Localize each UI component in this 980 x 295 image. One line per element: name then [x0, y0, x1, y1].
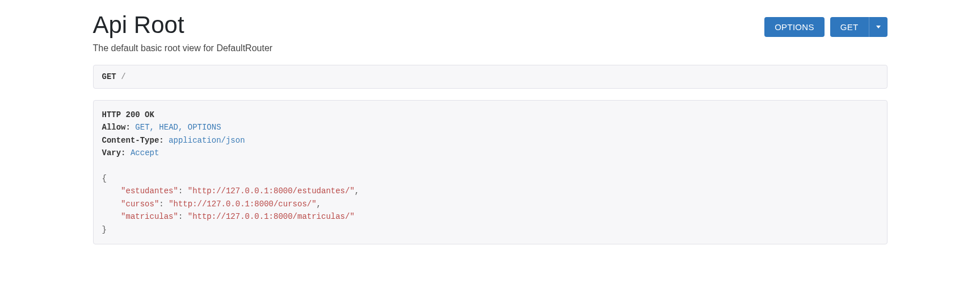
options-button[interactable]: OPTIONS: [764, 17, 825, 37]
json-key: "matriculas": [121, 212, 178, 221]
request-path: /: [121, 72, 125, 81]
header-name: Content-Type:: [102, 136, 164, 145]
json-key: "estudantes": [121, 186, 178, 196]
header-name: Allow:: [102, 123, 131, 132]
caret-down-icon: [876, 26, 881, 28]
header-name: Vary:: [102, 148, 126, 157]
request-method: GET: [102, 72, 116, 81]
request-info: GET /: [93, 65, 888, 89]
json-value: "http://127.0.0.1:8000/matriculas/": [188, 212, 355, 221]
status-line: HTTP 200 OK: [102, 110, 154, 119]
json-key: "cursos": [121, 200, 159, 209]
get-button-group: GET: [830, 17, 888, 37]
header-value: Accept: [131, 148, 159, 157]
json-brace: }: [102, 225, 107, 234]
action-buttons: OPTIONS GET: [764, 17, 887, 37]
json-value: "http://127.0.0.1:8000/cursos/": [169, 200, 316, 209]
json-brace: {: [102, 174, 107, 183]
page-title: Api Root: [93, 11, 184, 39]
json-value: "http://127.0.0.1:8000/estudantes/": [188, 186, 355, 196]
get-dropdown-button[interactable]: [869, 17, 888, 37]
get-button[interactable]: GET: [830, 17, 869, 37]
header-value: application/json: [169, 136, 245, 145]
response-box: HTTP 200 OK Allow: GET, HEAD, OPTIONS Co…: [93, 100, 888, 244]
page-description: The default basic root view for DefaultR…: [93, 43, 888, 53]
header-value: GET, HEAD, OPTIONS: [135, 123, 221, 132]
